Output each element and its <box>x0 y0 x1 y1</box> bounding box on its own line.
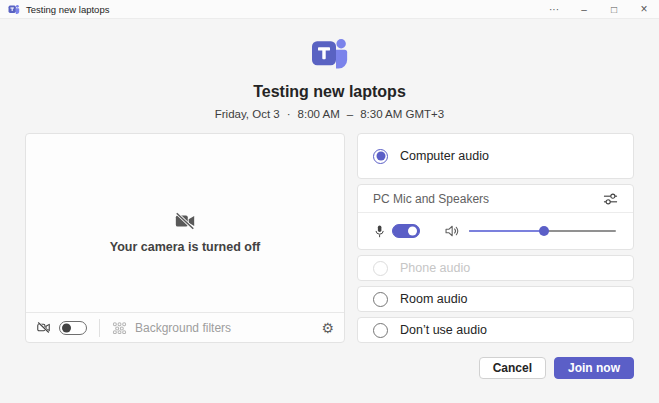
meeting-start-time: 8:00 AM <box>298 108 340 120</box>
audio-options-panel: Computer audio PC Mic and Speakers <box>357 133 634 343</box>
mic-toggle[interactable] <box>392 224 420 238</box>
mic-icon <box>373 224 386 239</box>
join-now-button[interactable]: Join now <box>554 357 634 379</box>
device-header-row: PC Mic and Speakers <box>358 185 633 213</box>
titlebar: Testing new laptops ··· – □ × <box>0 0 659 19</box>
window-controls: ··· – □ × <box>539 0 659 18</box>
meeting-title: Testing new laptops <box>25 83 634 101</box>
teams-pre-join-window: Testing new laptops ··· – □ × Testing ne… <box>0 0 659 403</box>
cancel-button[interactable]: Cancel <box>479 357 546 379</box>
divider <box>99 319 100 337</box>
camera-off-icon <box>174 210 196 232</box>
option-phone-audio: Phone audio <box>357 255 634 281</box>
window-title: Testing new laptops <box>26 4 109 15</box>
option-label-dont-use-audio: Don’t use audio <box>400 323 487 337</box>
schedule-dot: · <box>287 108 291 120</box>
teams-logo-icon <box>8 4 20 15</box>
pre-join-main: Testing new laptops Friday, Oct 3·8:00 A… <box>0 36 659 403</box>
option-label-computer-audio: Computer audio <box>400 149 489 163</box>
background-filters-icon <box>112 321 127 334</box>
option-label-phone-audio: Phone audio <box>400 261 470 275</box>
custom-audio-setup-icon[interactable] <box>603 192 618 206</box>
camera-toggle[interactable] <box>59 321 87 335</box>
volume-slider[interactable] <box>469 224 616 238</box>
camera-off-icon-small <box>36 320 51 335</box>
option-label-room-audio: Room audio <box>400 292 467 306</box>
speaker-icon <box>444 224 459 238</box>
volume-slider-thumb[interactable] <box>539 226 549 236</box>
maximize-button[interactable]: □ <box>599 0 629 18</box>
device-settings-box: PC Mic and Speakers <box>357 184 634 250</box>
camera-toggle-knob <box>62 323 71 332</box>
option-room-audio[interactable]: Room audio <box>357 286 634 312</box>
action-buttons-row: Cancel Join now <box>25 357 634 379</box>
settings-gear-icon[interactable]: ⚙ <box>321 321 334 335</box>
device-controls-row <box>358 213 633 249</box>
minimize-button[interactable]: – <box>569 0 599 18</box>
radio-phone-audio <box>373 261 388 276</box>
camera-status-text: Your camera is turned off <box>110 240 261 254</box>
radio-dont-use-audio[interactable] <box>373 323 388 338</box>
close-button[interactable]: × <box>629 0 659 18</box>
teams-logo <box>25 36 634 72</box>
meeting-date: Friday, Oct 3 <box>215 108 280 120</box>
background-filters-label[interactable]: Background filters <box>135 321 231 335</box>
meeting-end-time: 8:30 AM GMT+3 <box>360 108 444 120</box>
radio-computer-audio[interactable] <box>373 149 388 164</box>
content-row: Your camera is turned off <box>25 133 634 343</box>
meeting-schedule: Friday, Oct 3·8:00 AM–8:30 AM GMT+3 <box>25 108 634 120</box>
camera-off-state: Your camera is turned off <box>26 134 344 312</box>
camera-controls-bar: Background filters ⚙ <box>26 312 344 342</box>
radio-room-audio[interactable] <box>373 292 388 307</box>
more-options-button[interactable]: ··· <box>539 0 569 18</box>
option-computer-audio[interactable]: Computer audio <box>357 133 634 179</box>
audio-device-name[interactable]: PC Mic and Speakers <box>373 192 603 206</box>
option-dont-use-audio[interactable]: Don’t use audio <box>357 317 634 343</box>
schedule-dash: – <box>347 108 353 120</box>
mic-toggle-knob <box>408 227 417 236</box>
volume-slider-fill <box>469 230 544 232</box>
camera-preview-panel: Your camera is turned off <box>25 133 345 343</box>
